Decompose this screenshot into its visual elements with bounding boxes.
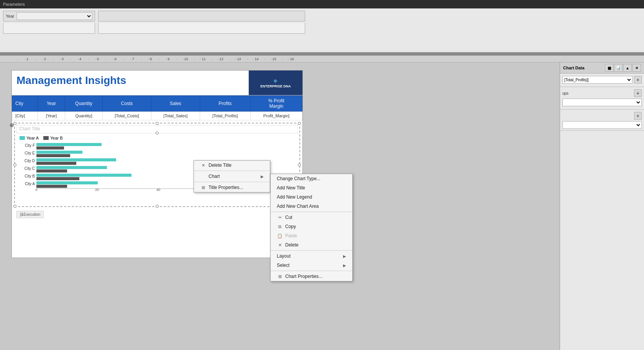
ctx-chart-props-label: Chart Properties...	[285, 274, 322, 279]
report-header: Management Insights ◈ ENTERPRISE DNA	[12, 71, 302, 95]
resize-handle-ml[interactable]	[13, 163, 16, 166]
ctx-delete-title[interactable]: ✕ Delete Title	[194, 161, 270, 170]
col-year: Year	[38, 96, 65, 112]
chart-submenu-arrow: ▶	[261, 174, 264, 179]
cell-city: [City]	[12, 112, 38, 120]
context-menu-chart-sub: Change Chart Type... Add New Title Add N…	[270, 174, 353, 281]
ctx-title-props-label: Title Properties...	[209, 185, 243, 190]
year-label: Year	[6, 14, 14, 18]
cell-year: [Year]	[38, 112, 65, 120]
ctx-cut[interactable]: ✂ Cut	[271, 213, 352, 222]
cell-quantity: Quantity]	[65, 112, 103, 120]
ctx-select-label: Select	[277, 263, 289, 268]
svg-text:City F: City F	[25, 143, 35, 148]
chart-props-icon: ⊞	[277, 274, 283, 279]
ctx-add-new-legend[interactable]: Add New Legend	[271, 192, 352, 202]
execution-bar: [&Execution	[16, 211, 44, 218]
panel-btn-close[interactable]: ✕	[632, 64, 641, 72]
ctx-add-new-chart-area[interactable]: Add New Chart Area	[271, 202, 352, 211]
ctx-add-new-title[interactable]: Add New Title	[271, 183, 352, 192]
svg-text:City C: City C	[25, 166, 35, 171]
parameters-panel: Year	[0, 8, 644, 53]
panel-btn-chart[interactable]: 📊	[614, 64, 623, 72]
table-row: [City] [Year] Quantity] [Total_Costs] [T…	[12, 112, 302, 120]
ctx-chart-item[interactable]: Chart ▶	[194, 172, 270, 181]
svg-text:City A: City A	[25, 182, 35, 186]
context-menu-delete: ✕ Delete Title Chart ▶ ⊞ Title Propertie…	[194, 160, 270, 192]
chart-title: Chart Title	[18, 125, 42, 132]
year-select[interactable]	[16, 12, 92, 20]
resize-handle-mr[interactable]	[298, 163, 301, 166]
ctx-layout[interactable]: Layout ▶	[271, 251, 352, 261]
ctx-paste[interactable]: 📋 Paste	[271, 231, 352, 240]
report-title-cell: Management Insights	[12, 71, 249, 95]
report-title: Management Insights	[16, 74, 244, 87]
ctx-add-legend-label: Add New Legend	[277, 194, 312, 200]
legend-color-a	[20, 136, 25, 140]
logo-icon: ◈	[260, 77, 291, 84]
panel-btn-up[interactable]: ▲	[623, 64, 632, 72]
layout-arrow: ▶	[343, 254, 346, 258]
panel-select-1[interactable]: [Total_Profits]]	[562, 76, 632, 84]
panel-add-btn-1[interactable]: +	[634, 76, 642, 84]
chart-data-panel: Chart Data ▦ 📊 ▲ ✕ [Total_Profits]] + up…	[560, 62, 644, 350]
svg-text:40: 40	[156, 188, 160, 191]
legend-label-a: Year A	[26, 136, 39, 140]
resize-handle-tr[interactable]	[298, 122, 301, 125]
ctx-change-chart-label: Change Chart Type...	[277, 176, 320, 181]
logo-cell: ◈ ENTERPRISE DNA	[249, 71, 302, 95]
ctx-select[interactable]: Select ▶	[271, 261, 352, 270]
panel-header: Chart Data ▦ 📊 ▲ ✕	[560, 62, 644, 74]
svg-rect-8	[36, 162, 76, 165]
resize-handle-tc[interactable]	[156, 122, 159, 125]
col-city: City	[12, 96, 38, 112]
svg-rect-2	[36, 146, 64, 150]
panel-select-3[interactable]	[562, 121, 642, 129]
title-props-icon: ⊞	[200, 185, 206, 190]
logo-text: ENTERPRISE DNA	[260, 84, 291, 88]
cell-profits: [Total_Profits]	[200, 112, 250, 120]
ctx-cut-label: Cut	[285, 215, 292, 220]
svg-rect-14	[36, 177, 79, 180]
col-profits: Profits	[200, 96, 250, 112]
svg-text:City E: City E	[25, 151, 35, 155]
legend-label-b: Year B	[50, 136, 63, 140]
ctx-delete-label: Delete	[285, 242, 299, 248]
panel-btn-grid[interactable]: ▦	[605, 64, 613, 72]
panel-title: Chart Data	[563, 66, 585, 70]
resize-handle-bl[interactable]	[13, 205, 16, 208]
svg-rect-16	[36, 181, 98, 184]
ctx-delete-title-label: Delete Title	[209, 163, 232, 168]
ctx-delete[interactable]: ✕ Delete	[271, 240, 352, 250]
panel-add-btn-3[interactable]: +	[634, 112, 642, 120]
ctx-copy-label: Copy	[285, 224, 296, 229]
resize-handle-tl[interactable]	[13, 122, 16, 125]
select-arrow: ▶	[343, 263, 346, 268]
legend-item-a: Year A	[20, 136, 39, 140]
ctx-copy[interactable]: ⧉ Copy	[271, 222, 352, 231]
chart-title-handle[interactable]	[156, 131, 159, 135]
svg-rect-1	[36, 143, 102, 146]
svg-text:0: 0	[35, 188, 37, 191]
ctx-change-chart-type[interactable]: Change Chart Type...	[271, 174, 352, 183]
title-bar-label: Parameters	[3, 2, 25, 7]
cell-sales: [Total_Sales]	[151, 112, 200, 120]
ctx-add-area-label: Add New Chart Area	[277, 204, 319, 209]
ctx-delete-icon: ✕	[277, 243, 283, 248]
delete-title-icon: ✕	[200, 163, 206, 168]
resize-handle-bc[interactable]	[156, 205, 159, 208]
ctx-layout-label: Layout	[277, 253, 291, 259]
legend-item-b: Year B	[43, 136, 63, 140]
svg-rect-17	[36, 185, 67, 188]
panel-add-btn-2[interactable]: +	[634, 89, 642, 97]
panel-select-2[interactable]	[562, 99, 642, 106]
svg-rect-13	[36, 174, 131, 177]
ctx-title-properties[interactable]: ⊞ Title Properties...	[194, 183, 270, 192]
ctx-chart-properties[interactable]: ⊞ Chart Properties...	[271, 272, 352, 281]
cell-costs: [Total_Costs]	[102, 112, 151, 120]
copy-icon: ⧉	[277, 224, 283, 229]
paste-icon: 📋	[277, 233, 283, 238]
col-quantity: Quantity	[65, 96, 103, 112]
ruler: · 1 · 2 · 3 · 4 · 5 · 6 · 7 · 8 · 9 · 10…	[0, 56, 644, 62]
ctx-chart-label: Chart	[209, 174, 220, 179]
